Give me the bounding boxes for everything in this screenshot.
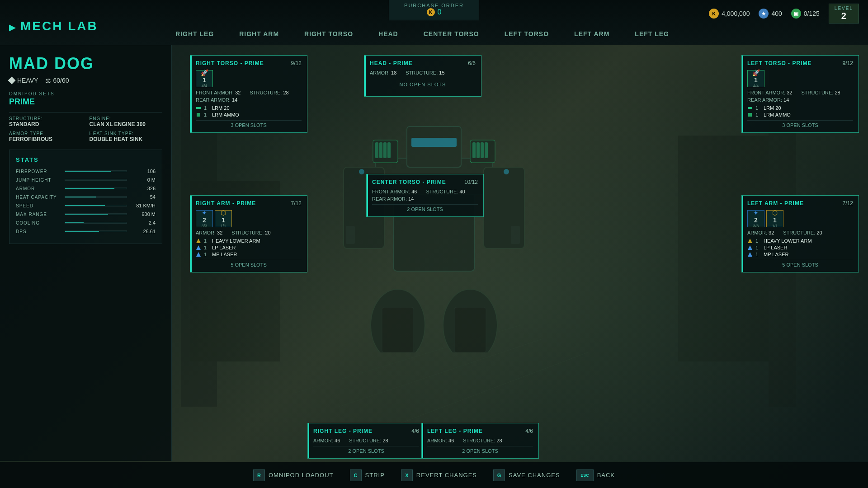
stat-value: 0 M — [131, 177, 156, 183]
left-torso-armor: FRONT ARMOR: 32 STRUCTURE: 28 — [747, 90, 853, 95]
slot-ra-1: ✦ 2 3/3 — [196, 210, 213, 227]
right-torso-card[interactable]: RIGHT TORSO - PRIME 9/12 🚀 1 4/4 FRONT A… — [190, 55, 307, 133]
premium-amount: 0/125 — [804, 10, 820, 17]
heat-sink-value: DOUBLE HEAT SINK — [90, 136, 163, 142]
svg-point-31 — [359, 169, 364, 174]
center-torso-title: CENTER TORSO - PRIME — [372, 179, 446, 185]
save-action[interactable]: G SAVE CHANGES — [493, 469, 560, 481]
level-badge: LEVEL 2 — [829, 4, 859, 23]
equip-row: 1 LP LASER — [747, 245, 853, 250]
stat-name: COOLING — [16, 221, 61, 225]
stat-name: DPS — [16, 229, 61, 234]
svg-line-2 — [384, 352, 588, 429]
x-key: X — [401, 469, 413, 481]
stat-bar-bg — [65, 170, 127, 172]
equip-row: 1 LRM 20 — [747, 105, 853, 111]
left-arm-open-slots: 5 OPEN SLOTS — [747, 260, 853, 267]
equip-row: 1 HEAVY LOWER ARM — [196, 238, 302, 244]
left-torso-rear-armor: REAR ARMOR: 14 — [747, 97, 853, 103]
tab-right-torso[interactable]: RIGHT TORSO — [292, 26, 366, 45]
stat-value: 106 — [131, 169, 156, 174]
tab-left-leg[interactable]: LEFT LEG — [622, 26, 682, 45]
omnipod-loadout-action[interactable]: R OMNIPOD LOADOUT — [253, 469, 334, 481]
back-action[interactable]: ESC BACK — [576, 469, 615, 481]
revert-action[interactable]: X REVERT CHANGES — [401, 469, 477, 481]
stat-value: 81 KM/H — [131, 203, 156, 208]
stat-bar-bg — [65, 196, 127, 198]
left-arm-title: LEFT ARM - PRIME — [747, 200, 804, 206]
currency-bar: K 4,000,000 ★ 400 ▣ 0/125 LEVEL 2 — [700, 0, 868, 27]
class-label: HEAVY — [17, 77, 38, 84]
right-arm-card[interactable]: RIGHT ARM - PRIME 7/12 ✦ 2 3/3 ⬡ 1 1/1 A… — [190, 195, 307, 272]
armor-item: ARMOR TYPE: FERROFIBROUS — [9, 131, 82, 142]
stat-row: ARMOR 326 — [16, 186, 156, 191]
tab-center-torso[interactable]: CENTER TORSO — [411, 26, 492, 45]
stat-bar-fill — [65, 171, 111, 172]
lp-laser-icon — [747, 245, 753, 250]
left-arm-header: LEFT ARM - PRIME 7/12 — [747, 200, 853, 206]
stat-bar-fill — [65, 222, 84, 223]
slot-ra-2: ⬡ 1 1/1 — [215, 210, 232, 227]
svg-rect-34 — [196, 107, 201, 109]
armor-label: ARMOR TYPE: — [9, 131, 82, 136]
stat-bar-bg — [65, 213, 127, 215]
weapon-icon — [747, 105, 753, 111]
slot-la-1: ✦ 2 3/3 — [747, 210, 764, 227]
stat-bar-fill — [65, 231, 99, 232]
mech-info-grid: STRUCTURE: STANDARD ENGINE: CLAN XL ENGI… — [9, 112, 162, 142]
c-key: C — [350, 469, 362, 481]
svg-rect-37 — [748, 113, 752, 117]
center-torso-card[interactable]: CENTER TORSO - PRIME 10/12 FRONT ARMOR: … — [366, 174, 484, 217]
tab-right-leg[interactable]: RIGHT LEG — [163, 26, 226, 45]
lp-laser-icon — [196, 245, 201, 250]
svg-rect-25 — [472, 142, 476, 158]
stat-row: HEAT CAPACITY 54 — [16, 194, 156, 200]
slot-icon-lt: 🚀 1 4/4 — [747, 70, 764, 87]
tab-left-arm[interactable]: LEFT ARM — [561, 26, 622, 45]
weight-value: 60/60 — [53, 77, 69, 84]
tab-left-torso[interactable]: LEFT TORSO — [492, 26, 561, 45]
purchase-order-value: K 0 — [400, 8, 468, 16]
svg-marker-40 — [196, 252, 201, 257]
left-torso-slots: 9/12 — [843, 60, 853, 66]
head-card[interactable]: HEAD - PRIME 6/6 ARMOR: 18 STRUCTURE: 15… — [364, 55, 481, 97]
mc-amount: 400 — [771, 10, 782, 17]
head-no-slots: NO OPEN SLOTS — [370, 77, 476, 92]
stat-name: SPEED — [16, 203, 61, 208]
heavy-arm-icon — [747, 238, 753, 244]
right-torso-open-slots: 3 OPEN SLOTS — [196, 120, 302, 128]
heat-sink-item: HEAT SINK TYPE: DOUBLE HEAT SINK — [90, 131, 163, 142]
level-label: LEVEL — [835, 6, 853, 11]
purchase-order: PURCHASE ORDER K 0 — [389, 0, 479, 20]
svg-rect-17 — [411, 138, 457, 147]
stat-name: JUMP HEIGHT — [16, 178, 61, 183]
omnipod-label: OMNIPOD SETS — [9, 91, 162, 96]
left-torso-card[interactable]: LEFT TORSO - PRIME 9/12 🚀 1 4/4 FRONT AR… — [741, 55, 859, 133]
strip-action[interactable]: C STRIP — [350, 469, 385, 481]
mech-name: MAD DOG — [9, 54, 162, 73]
armor-value: FERROFIBROUS — [9, 136, 82, 142]
right-arm-equipment: 1 HEAVY LOWER ARM 1 LP LASER 1 MP LASER — [196, 238, 302, 257]
nav-tabs: RIGHT LEG RIGHT ARM RIGHT TORSO HEAD CEN… — [0, 26, 868, 45]
stat-row: MAX RANGE 900 M — [16, 211, 156, 217]
head-title: HEAD - PRIME — [370, 60, 413, 66]
top-bar: PURCHASE ORDER K 0 K 4,000,000 ★ 400 ▣ 0… — [0, 0, 868, 45]
center-torso-open-slots: 2 OPEN SLOTS — [372, 204, 478, 212]
left-torso-open-slots: 3 OPEN SLOTS — [747, 120, 853, 128]
left-arm-card[interactable]: LEFT ARM - PRIME 7/12 ✦ 2 3/3 ⬡ 1 1/1 AR… — [741, 195, 859, 272]
right-leg-card[interactable]: RIGHT LEG - PRIME 4/6 ARMOR: 46 STRUCTUR… — [307, 423, 425, 459]
svg-rect-21 — [375, 142, 378, 158]
left-leg-card[interactable]: LEFT LEG - PRIME 4/6 ARMOR: 46 STRUCTURE… — [421, 423, 539, 459]
revert-label: REVERT CHANGES — [416, 472, 477, 479]
strip-label: STRIP — [365, 472, 385, 479]
svg-rect-36 — [748, 107, 752, 109]
left-arm-slot-icons: ✦ 2 3/3 ⬡ 1 1/1 — [747, 210, 853, 227]
svg-marker-41 — [748, 239, 752, 243]
tab-right-arm[interactable]: RIGHT ARM — [226, 26, 292, 45]
left-leg-open-slots: 2 OPEN SLOTS — [427, 446, 533, 454]
tab-head[interactable]: HEAD — [366, 26, 411, 45]
center-torso-slots: 10/12 — [464, 179, 478, 185]
back-label: BACK — [597, 472, 615, 479]
stat-bar-bg — [65, 179, 127, 181]
slot-icon-1: 🚀 1 4/4 — [196, 70, 213, 87]
